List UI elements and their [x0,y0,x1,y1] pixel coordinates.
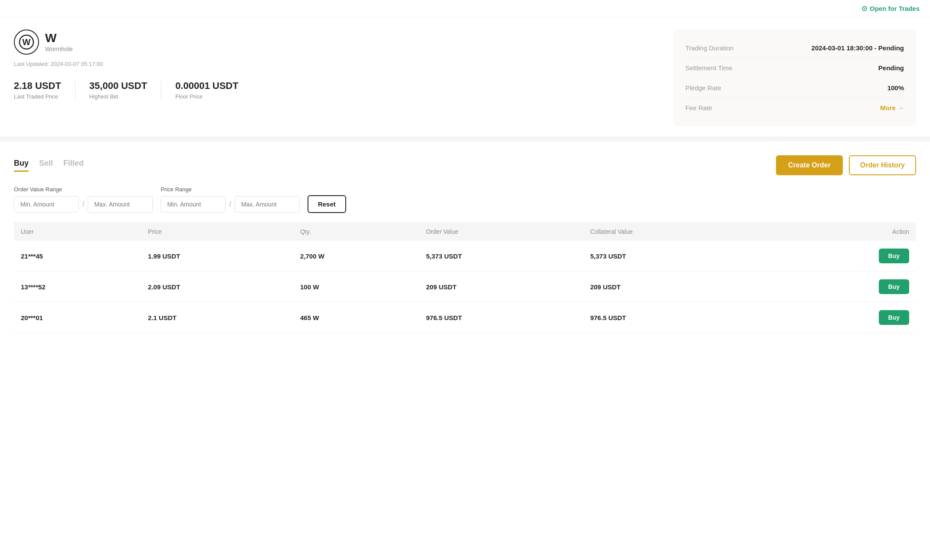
order-value-range-label: Order Value Range [14,186,153,193]
col-collateral: Collateral Value [583,223,770,241]
tab-sell[interactable]: Sell [39,159,53,172]
order-value-min-input[interactable] [14,196,79,213]
asset-full-name: Wormhole [45,46,73,52]
table-row: 21***45 1.99 USDT 2,700 W 5,373 USDT 5,3… [14,241,916,272]
col-user: User [14,223,141,241]
section-divider [0,137,930,141]
tab-filled[interactable]: Filled [63,159,84,172]
table-header-row: User Price Qty. Order Value Collateral V… [14,223,916,241]
cell-user-1: 13****52 [14,272,141,302]
pledge-rate-key: Pledge Rate [685,84,721,92]
order-value-max-input[interactable] [88,196,153,213]
order-section: Buy Sell Filled Create Order Order Histo… [0,141,930,347]
cell-collateral-0: 5,373 USDT [583,241,770,272]
highest-bid-value: 35,000 USDT [89,80,147,92]
floor-price: 0.00001 USDT Floor Price [161,80,252,100]
filters-row: Order Value Range / Price Range / Reset [14,186,916,213]
price-row: 2.18 USDT Last Traded Price 35,000 USDT … [14,80,252,100]
price-separator: / [229,200,231,208]
wormhole-icon: W [19,34,34,50]
highest-bid: 35,000 USDT Highest Bid [75,80,161,100]
trading-duration-key: Trading Duration [685,44,734,52]
asset-name-block: W Wormhole [45,32,73,53]
info-panel: Trading Duration 2024-03-01 18:30:00 - P… [673,29,916,126]
check-circle-icon: ⊙ [861,4,867,13]
highest-bid-label: Highest Bid [89,93,147,100]
order-history-button[interactable]: Order History [849,155,916,175]
price-range-filter: Price Range / [160,186,299,213]
floor-price-label: Floor Price [175,93,239,100]
order-value-filter: Order Value Range / [14,186,153,213]
asset-info: W W Wormhole Last Updated: 2024-03-07 05… [14,29,252,100]
last-traded-value: 2.18 USDT [14,80,61,92]
cell-qty-2: 465 W [293,302,419,333]
header-section: W W Wormhole Last Updated: 2024-03-07 05… [0,17,930,137]
order-tabs: Buy Sell Filled [14,159,84,172]
top-bar: ⊙ Open for Trades [0,0,930,17]
reset-button[interactable]: Reset [308,195,346,213]
fee-rate-row: Fee Rate More → [685,98,904,118]
col-order-value: Order Value [419,223,583,241]
table-row: 20***01 2.1 USDT 465 W 976.5 USDT 976.5 … [14,302,916,333]
fee-rate-more-link[interactable]: More → [880,104,904,111]
cell-user-2: 20***01 [14,302,141,333]
buy-button-0[interactable]: Buy [879,249,909,263]
table-header: User Price Qty. Order Value Collateral V… [14,223,916,241]
order-value-inputs: / [14,196,153,213]
buy-button-2[interactable]: Buy [879,310,909,325]
asset-symbol: W [45,32,73,45]
cell-action-2: Buy [769,302,916,333]
price-max-input[interactable] [235,196,300,213]
trading-duration-row: Trading Duration 2024-03-01 18:30:00 - P… [685,38,904,58]
cell-qty-0: 2,700 W [293,241,419,272]
fee-rate-key: Fee Rate [685,104,712,111]
pledge-rate-value: 100% [887,84,904,92]
col-price: Price [141,223,293,241]
price-range-inputs: / [160,196,299,213]
table-row: 13****52 2.09 USDT 100 W 209 USDT 209 US… [14,272,916,302]
create-order-button[interactable]: Create Order [776,155,843,175]
settlement-time-value: Pending [878,64,904,72]
cell-order-val-0: 5,373 USDT [419,241,583,272]
order-value-separator: / [82,200,84,208]
asset-title: W W Wormhole [14,29,252,55]
cell-order-val-2: 976.5 USDT [419,302,583,333]
cell-order-val-1: 209 USDT [419,272,583,302]
cell-user-0: 21***45 [14,241,141,272]
settlement-time-key: Settlement Time [685,64,732,72]
last-updated: Last Updated: 2024-03-07 05:17:00 [14,61,252,67]
cell-collateral-2: 976.5 USDT [583,302,770,333]
cell-action-0: Buy [769,241,916,272]
cell-price-1: 2.09 USDT [141,272,293,302]
col-action: Action [769,223,916,241]
last-traded-price: 2.18 USDT Last Traded Price [14,80,75,100]
cell-collateral-1: 209 USDT [583,272,770,302]
tab-buy[interactable]: Buy [14,159,29,172]
cell-action-1: Buy [769,272,916,302]
tabs-bar: Buy Sell Filled Create Order Order Histo… [14,155,916,175]
cell-qty-1: 100 W [293,272,419,302]
cell-price-0: 1.99 USDT [141,241,293,272]
buy-button-1[interactable]: Buy [879,279,909,294]
svg-text:W: W [23,37,31,47]
orders-table: User Price Qty. Order Value Collateral V… [14,223,916,333]
settlement-time-row: Settlement Time Pending [685,58,904,78]
col-qty: Qty. [293,223,419,241]
trading-duration-value: 2024-03-01 18:30:00 - Pending [812,44,904,52]
price-min-input[interactable] [160,196,226,213]
tab-action-buttons: Create Order Order History [776,155,916,175]
price-range-label: Price Range [160,186,299,193]
pledge-rate-row: Pledge Rate 100% [685,78,904,98]
last-traded-label: Last Traded Price [14,93,61,100]
open-trades-status: ⊙ Open for Trades [861,4,920,13]
floor-price-value: 0.00001 USDT [175,80,239,92]
asset-logo: W [14,29,39,55]
cell-price-2: 2.1 USDT [141,302,293,333]
table-body: 21***45 1.99 USDT 2,700 W 5,373 USDT 5,3… [14,241,916,333]
